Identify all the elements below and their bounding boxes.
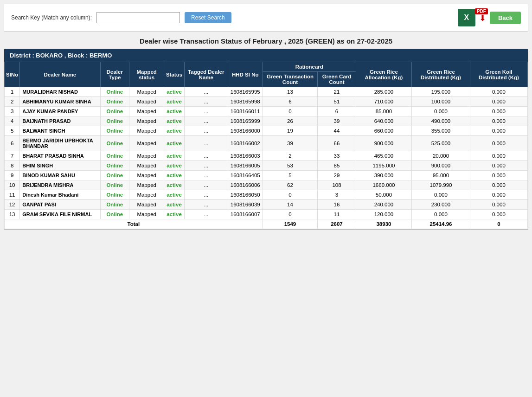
cell-dealer-name: BERMO JARIDIH UPBHOKTA BHANDAR (20, 136, 100, 151)
cell-dealer-type: Online (100, 126, 129, 136)
cell-dealer-type: Online (100, 171, 129, 180)
cell-mapped-status: Mapped (129, 107, 164, 116)
cell-tagged-dealer-name: ... (184, 126, 228, 136)
cell-hhd-si-no: 1608166003 (228, 151, 263, 161)
cell-sino: 8 (5, 161, 20, 171)
table-row: 2 ABHIMANYU KUMAR SINHA Online Mapped ac… (5, 97, 528, 107)
cell-sino: 12 (5, 200, 20, 210)
table-row: 7 BHARAT PRASAD SINHA Online Mapped acti… (5, 151, 528, 161)
cell-sino: 10 (5, 180, 20, 190)
cell-status: active (164, 126, 185, 136)
cell-sino: 2 (5, 97, 20, 107)
cell-status: active (164, 200, 185, 210)
cell-green-transaction-count: 0 (263, 190, 317, 200)
total-label: Total (5, 219, 263, 229)
col-dealer-type[interactable]: Dealer Type (100, 62, 129, 87)
total-green-rice-distributed: 25414.96 (412, 219, 470, 229)
cell-green-transaction-count: 19 (263, 126, 317, 136)
pdf-icon-wrapper[interactable]: PDF ⬇ (479, 12, 486, 23)
cell-dealer-name: MURALIDHAR NISHAD (20, 87, 100, 97)
cell-green-card-count: 3 (318, 190, 356, 200)
col-green-koil-distributed[interactable]: Green Koil Distributed (Kg) (470, 62, 527, 87)
cell-tagged-dealer-name: ... (184, 107, 228, 116)
reset-search-button[interactable]: Reset Search (185, 12, 231, 23)
excel-icon[interactable]: X (458, 9, 475, 26)
cell-dealer-type: Online (100, 180, 129, 190)
cell-green-koil-distributed: 0.000 (470, 190, 527, 200)
search-label: Search Key (Match any column): (11, 14, 92, 21)
cell-green-transaction-count: 26 (263, 116, 317, 126)
table-row: 5 BALWANT SINGH Online Mapped active ...… (5, 126, 528, 136)
back-button[interactable]: Back (490, 12, 521, 24)
table-row: 8 BHIM SINGH Online Mapped active ... 16… (5, 161, 528, 171)
cell-hhd-si-no: 1608166002 (228, 136, 263, 151)
cell-green-card-count: 11 (318, 210, 356, 219)
cell-green-rice-allocation: 285.000 (356, 87, 411, 97)
cell-green-koil-distributed: 0.000 (470, 180, 527, 190)
table-row: 12 GANPAT PASI Online Mapped active ... … (5, 200, 528, 210)
cell-tagged-dealer-name: ... (184, 200, 228, 210)
col-tagged-dealer-name[interactable]: Tagged Dealer Name (184, 62, 228, 87)
cell-dealer-type: Online (100, 161, 129, 171)
col-green-rice-allocation[interactable]: Green Rice Allocation (Kg) (356, 62, 411, 87)
col-hhd-si-no[interactable]: HHD SI No (228, 62, 263, 87)
cell-green-transaction-count: 6 (263, 97, 317, 107)
cell-green-transaction-count: 14 (263, 200, 317, 210)
table-row: 13 GRAM SEVIKA FILE NIRMAL Online Mapped… (5, 210, 528, 219)
cell-dealer-name: GRAM SEVIKA FILE NIRMAL (20, 210, 100, 219)
cell-status: active (164, 151, 185, 161)
cell-green-koil-distributed: 0.000 (470, 200, 527, 210)
cell-sino: 7 (5, 151, 20, 161)
col-green-transaction-count[interactable]: Green Transaction Count (263, 72, 317, 87)
search-section: Search Key (Match any column): Reset Sea… (11, 12, 231, 23)
col-mapped-status[interactable]: Mapped status (129, 62, 164, 87)
cell-hhd-si-no: 1608166007 (228, 210, 263, 219)
scroll-wrapper[interactable]: SINo Dealer Name Dealer Type Mapped stat… (4, 62, 528, 229)
cell-green-koil-distributed: 0.000 (470, 136, 527, 151)
excel-label: X (464, 13, 469, 22)
search-input[interactable] (96, 12, 180, 23)
cell-green-rice-distributed: 900.000 (412, 161, 470, 171)
total-green-koil-distributed: 0 (470, 219, 527, 229)
cell-hhd-si-no: 1608166050 (228, 190, 263, 200)
cell-mapped-status: Mapped (129, 180, 164, 190)
cell-status: active (164, 107, 185, 116)
cell-tagged-dealer-name: ... (184, 190, 228, 200)
top-bar: Search Key (Match any column): Reset Sea… (4, 4, 528, 32)
cell-green-rice-allocation: 465.000 (356, 151, 411, 161)
cell-sino: 4 (5, 116, 20, 126)
cell-sino: 9 (5, 171, 20, 180)
cell-green-koil-distributed: 0.000 (470, 87, 527, 97)
col-green-card-count[interactable]: Green Card Count (318, 72, 356, 87)
cell-green-card-count: 44 (318, 126, 356, 136)
cell-tagged-dealer-name: ... (184, 161, 228, 171)
cell-green-rice-allocation: 660.000 (356, 126, 411, 136)
col-dealer-name[interactable]: Dealer Name (20, 62, 100, 87)
cell-status: active (164, 190, 185, 200)
cell-mapped-status: Mapped (129, 87, 164, 97)
main-table: SINo Dealer Name Dealer Type Mapped stat… (4, 62, 528, 229)
cell-green-rice-allocation: 85.000 (356, 107, 411, 116)
cell-green-rice-distributed: 0.000 (412, 190, 470, 200)
cell-green-card-count: 29 (318, 171, 356, 180)
cell-green-transaction-count: 13 (263, 87, 317, 97)
cell-sino: 13 (5, 210, 20, 219)
cell-mapped-status: Mapped (129, 171, 164, 180)
cell-dealer-name: BRIJENDRA MISHRA (20, 180, 100, 190)
cell-green-card-count: 39 (318, 116, 356, 126)
cell-green-rice-allocation: 50.000 (356, 190, 411, 200)
cell-dealer-name: ABHIMANYU KUMAR SINHA (20, 97, 100, 107)
cell-green-rice-distributed: 100.000 (412, 97, 470, 107)
col-status[interactable]: Status (164, 62, 185, 87)
cell-status: active (164, 171, 185, 180)
col-green-rice-distributed[interactable]: Green Rice Distributed (Kg) (412, 62, 470, 87)
cell-dealer-type: Online (100, 97, 129, 107)
cell-mapped-status: Mapped (129, 97, 164, 107)
col-rationcard-group[interactable]: Rationcard (263, 62, 356, 72)
table-row: 4 BAIJNATH PRASAD Online Mapped active .… (5, 116, 528, 126)
cell-green-koil-distributed: 0.000 (470, 151, 527, 161)
cell-sino: 6 (5, 136, 20, 151)
cell-green-transaction-count: 0 (263, 210, 317, 219)
table-row: 10 BRIJENDRA MISHRA Online Mapped active… (5, 180, 528, 190)
col-sino[interactable]: SINo (5, 62, 20, 87)
